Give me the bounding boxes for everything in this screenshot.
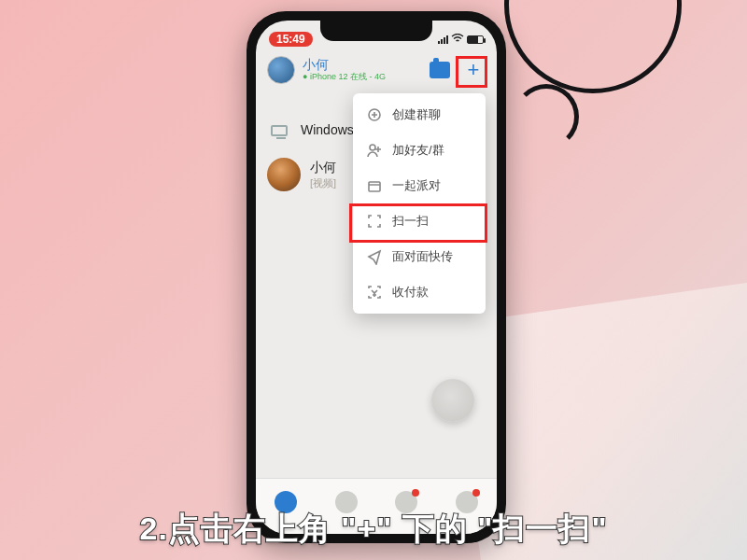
menu-add-friend[interactable]: 加好友/群 [353,133,486,168]
add-friend-icon [366,142,383,159]
highlight-plus [456,56,487,88]
phone-frame: 15:49 小何 iPhone 12 在线 - 4G + 搜索 [247,11,506,543]
menu-payment[interactable]: 收付款 [353,274,486,310]
header-status: iPhone 12 在线 - 4G [303,73,422,82]
menu-create-group[interactable]: 创建群聊 [353,97,486,133]
menu-party[interactable]: 一起派对 [353,168,486,203]
menu-label: 面对面快传 [392,248,453,265]
phone-screen: 15:49 小何 iPhone 12 在线 - 4G + 搜索 [256,21,497,534]
status-indicators [438,33,484,46]
battery-icon [467,35,484,44]
stethoscope-cable [504,0,682,93]
menu-label: 创建群聊 [392,106,441,123]
menu-label: 收付款 [392,284,429,301]
party-icon [366,177,383,194]
floating-assist-button[interactable] [431,379,474,422]
stethoscope-cable [514,84,579,149]
camera-icon[interactable] [430,62,450,78]
status-time: 15:49 [269,32,313,47]
instruction-caption: 2.点击右上角 "+" 下的 "扫一扫" [0,508,747,551]
svg-rect-2 [369,182,380,191]
header-username: 小何 [303,58,422,72]
contact-avatar [267,158,301,191]
payment-icon [366,284,383,301]
monitor-icon [267,119,291,143]
phone-notch [320,21,432,41]
send-icon [366,248,383,265]
wifi-icon [451,33,464,46]
svg-point-1 [370,145,375,150]
group-chat-icon [366,106,383,123]
highlight-scan [349,203,487,243]
menu-face-transfer[interactable]: 面对面快传 [353,239,486,274]
header-avatar[interactable] [267,56,295,84]
menu-label: 加好友/群 [392,142,444,159]
header-text: 小何 iPhone 12 在线 - 4G [303,58,422,81]
signal-icon [438,35,448,44]
menu-label: 一起派对 [392,177,441,194]
